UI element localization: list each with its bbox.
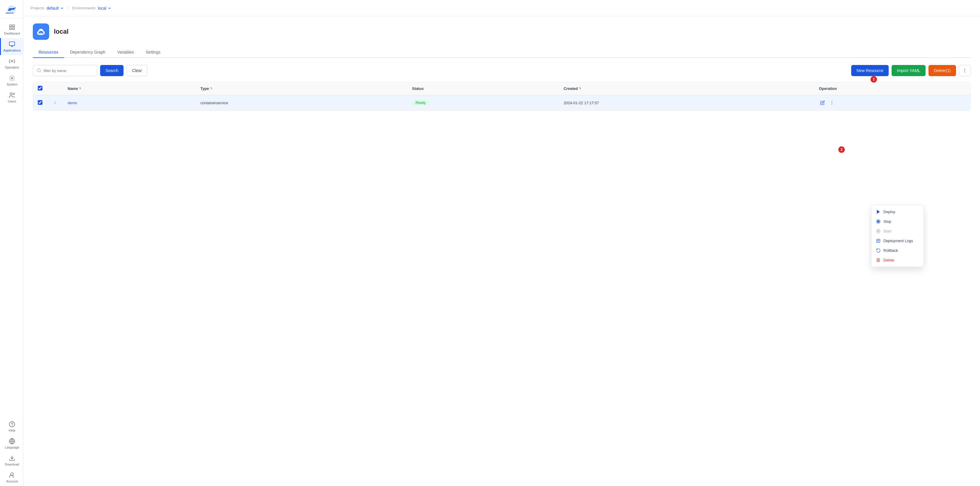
more-actions-button[interactable] [959, 65, 970, 76]
sidebar-item-dashboard-label: Dashboard [4, 32, 20, 35]
sidebar-item-dashboard[interactable]: Dashboard [0, 21, 23, 38]
sidebar: Walrus Dashboard Applications Operation … [0, 0, 24, 486]
content-area: Name ⇅ Type ⇅ Statu [33, 82, 970, 111]
col-status: Status [407, 82, 559, 95]
svg-point-10 [11, 60, 13, 62]
sidebar-item-system[interactable]: System [0, 72, 23, 89]
status-badge: Ready [412, 100, 430, 106]
name-sort-icon: ⇅ [79, 87, 81, 90]
created-date: 2024-01-22 17:17:57 [564, 101, 599, 105]
sidebar-item-help[interactable]: Help [0, 418, 23, 435]
row-ops-cell [815, 95, 970, 111]
row-checkbox[interactable] [38, 100, 43, 105]
sidebar-item-operation[interactable]: Operation [0, 55, 23, 72]
env-header: local [33, 24, 970, 40]
ops-cell [819, 99, 966, 106]
tab-settings[interactable]: Settings [140, 47, 167, 58]
edit-icon [820, 100, 825, 105]
menu-item-stop[interactable]: Stop [872, 217, 924, 226]
main-content: Projects default / Environments local [24, 0, 980, 486]
svg-point-12 [10, 93, 12, 95]
svg-point-31 [964, 72, 965, 72]
start-icon [876, 229, 880, 233]
search-input[interactable] [44, 69, 93, 73]
select-all-checkbox[interactable] [38, 86, 43, 91]
sidebar-item-language-label: Language [5, 446, 19, 449]
project-selector[interactable]: default [46, 6, 64, 11]
toolbar: Search Clear New Resource Import YAML De… [33, 65, 970, 76]
sidebar-item-help-label: Help [9, 429, 16, 432]
sidebar-item-users-label: Users [8, 100, 16, 103]
rollback-icon [876, 248, 880, 253]
sidebar-item-applications-label: Applications [3, 49, 21, 52]
cloud-icon [36, 26, 46, 37]
tab-dependency-graph[interactable]: Dependency Graph [64, 47, 111, 58]
env-title: local [54, 28, 68, 35]
row-checkbox-cell [33, 95, 47, 111]
col-expand [47, 82, 63, 95]
resource-table: Name ⇅ Type ⇅ Statu [33, 82, 970, 111]
menu-item-delete-label: Delete [883, 258, 894, 262]
page: local Resources Dependency Graph Variabl… [24, 16, 980, 486]
row-created-cell: 2024-01-22 17:17:57 [559, 95, 815, 111]
clear-button[interactable]: Clear [126, 65, 147, 76]
projects-label: Projects [30, 6, 44, 10]
search-button[interactable]: Search [100, 65, 124, 76]
menu-item-deployment-logs-label: Deployment Logs [883, 239, 913, 243]
sidebar-item-account[interactable]: Account [0, 469, 23, 486]
edit-button[interactable] [819, 99, 826, 106]
svg-marker-39 [878, 230, 879, 232]
svg-point-29 [964, 69, 965, 69]
menu-item-start-label: Start [883, 229, 891, 233]
sidebar-item-download-label: Download [5, 462, 19, 466]
tab-variables[interactable]: Variables [111, 47, 140, 58]
svg-point-14 [10, 422, 14, 427]
menu-item-rollback[interactable]: Rollback [872, 245, 924, 255]
toolbar-right: New Resource Import YAML Delete(1) [851, 65, 970, 76]
svg-point-30 [964, 70, 965, 71]
svg-point-32 [832, 101, 832, 102]
import-yaml-button[interactable]: Import YAML [892, 65, 926, 76]
topbar: Projects default / Environments local [24, 0, 980, 16]
col-name[interactable]: Name ⇅ [63, 82, 196, 95]
tab-resources[interactable]: Resources [33, 47, 64, 58]
menu-item-deploy-label: Deploy [883, 210, 895, 214]
menu-item-stop-label: Stop [883, 219, 891, 224]
menu-item-delete[interactable]: Delete [872, 255, 924, 265]
svg-rect-5 [10, 25, 11, 27]
sidebar-item-language[interactable]: Language [0, 435, 23, 452]
svg-rect-7 [10, 28, 11, 30]
new-resource-button[interactable]: New Resource [851, 65, 889, 76]
row-name-cell: demo [63, 95, 196, 111]
deploy-icon [876, 210, 880, 214]
menu-item-start: Start [872, 226, 924, 236]
environment-selector[interactable]: local [98, 6, 111, 11]
col-created[interactable]: Created ⇅ [559, 82, 815, 95]
annotation-2: 2 [838, 147, 845, 153]
resource-name-link[interactable]: demo [68, 101, 77, 105]
env-icon [33, 24, 49, 40]
chevron-down-icon [60, 6, 64, 10]
row-expand-button[interactable] [52, 100, 58, 105]
row-status-cell: Ready [407, 95, 559, 111]
col-type[interactable]: Type ⇅ [196, 82, 407, 95]
environments-label: Environments [72, 6, 95, 10]
resource-type: containerservice [200, 101, 228, 105]
menu-item-deployment-logs[interactable]: Deployment Logs [872, 236, 924, 245]
menu-item-deploy[interactable]: Deploy [872, 207, 924, 217]
svg-marker-35 [877, 210, 880, 214]
col-operation: Operation [815, 82, 970, 95]
logo[interactable]: Walrus [0, 0, 24, 19]
sidebar-item-users[interactable]: Users [0, 89, 23, 106]
sidebar-item-download[interactable]: Download [0, 452, 23, 469]
chevron-down-icon [107, 6, 111, 10]
sidebar-item-applications[interactable]: Applications [0, 38, 23, 55]
sidebar-item-system-label: System [7, 83, 18, 86]
svg-point-2 [11, 8, 13, 10]
delete-button[interactable]: Delete(1) [929, 65, 956, 76]
row-expand-cell [47, 95, 63, 111]
search-box [33, 65, 97, 76]
row-more-button[interactable] [828, 99, 835, 106]
svg-point-13 [13, 93, 14, 94]
col-checkbox [33, 82, 47, 95]
